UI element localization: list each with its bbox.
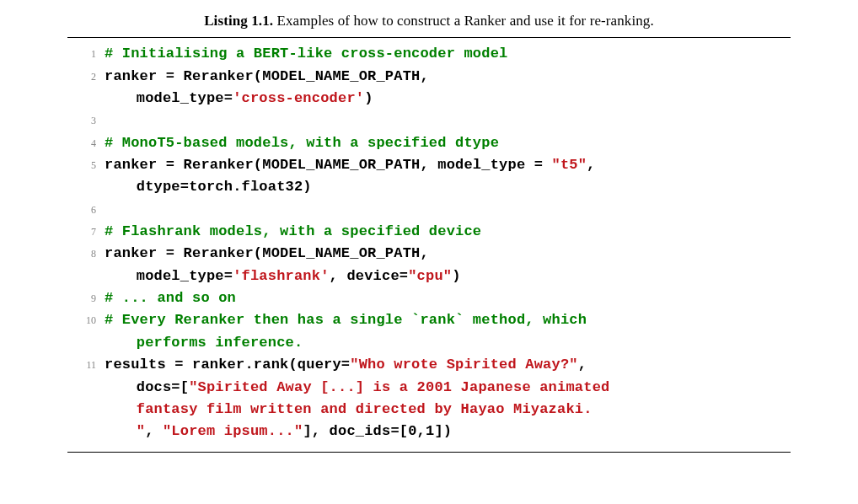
code-line-continuation: docs=["Spirited Away [...] is a 2001 Jap… xyxy=(67,377,791,399)
code-text: ranker = Reranker(MODEL_NAME_OR_PATH, xyxy=(105,243,791,265)
line-number: 5 xyxy=(67,158,105,174)
string-literal: 'cross-encoder' xyxy=(233,90,364,106)
code-line: 10 # Every Reranker then has a single `r… xyxy=(67,309,791,331)
line-number: 6 xyxy=(67,202,105,218)
code-line: 11 results = ranker.rank(query="Who wrot… xyxy=(67,354,791,376)
line-number: 10 xyxy=(67,313,105,329)
code-listing: 1 # Initialising a BERT-like cross-encod… xyxy=(67,38,791,451)
code-line-continuation: performs inference. xyxy=(67,332,791,354)
code-text: model_type='cross-encoder') xyxy=(105,88,791,110)
code-line: 7 # Flashrank models, with a specified d… xyxy=(67,221,791,243)
code-text: docs=["Spirited Away [...] is a 2001 Jap… xyxy=(105,377,791,399)
listing-caption-text: Examples of how to construct a Ranker an… xyxy=(273,13,654,29)
line-number: 11 xyxy=(67,357,105,373)
code-line: 8 ranker = Reranker(MODEL_NAME_OR_PATH, xyxy=(67,243,791,265)
code-line: 4 # MonoT5-based models, with a specifie… xyxy=(67,132,791,154)
line-number: 9 xyxy=(67,291,105,307)
code-text: ranker = Reranker(MODEL_NAME_OR_PATH, mo… xyxy=(105,154,791,176)
code-line: 1 # Initialising a BERT-like cross-encod… xyxy=(67,43,791,65)
comment: performs inference. xyxy=(137,335,303,351)
code-line: 9 # ... and so on xyxy=(67,287,791,309)
code-text: fantasy film written and directed by Hay… xyxy=(105,399,791,421)
code-text: ", "Lorem ipsum..."], doc_ids=[0,1]) xyxy=(105,421,791,442)
line-number: 3 xyxy=(67,113,105,129)
code-text: model_type='flashrank', device="cpu") xyxy=(105,265,791,287)
code-text: performs inference. xyxy=(105,332,791,354)
listing-caption: Listing 1.1. Examples of how to construc… xyxy=(67,10,791,37)
line-number: 7 xyxy=(67,224,105,240)
code-text: # Initialising a BERT-like cross-encoder… xyxy=(105,43,791,65)
code-line: 5 ranker = Reranker(MODEL_NAME_OR_PATH, … xyxy=(67,154,791,176)
code-line: 6 xyxy=(67,199,791,221)
code-text: results = ranker.rank(query="Who wrote S… xyxy=(105,354,791,376)
comment: # MonoT5-based models, with a specified … xyxy=(105,135,499,151)
line-number: 2 xyxy=(67,69,105,85)
code-line: 3 xyxy=(67,110,791,131)
code-line: 2 ranker = Reranker(MODEL_NAME_OR_PATH, xyxy=(67,66,791,88)
code-line-continuation: fantasy film written and directed by Hay… xyxy=(67,399,791,421)
code-text: # Every Reranker then has a single `rank… xyxy=(105,309,791,331)
comment: # Every Reranker then has a single `rank… xyxy=(105,312,587,328)
listing-label: Listing 1.1. xyxy=(204,13,273,29)
code-line-continuation: model_type='flashrank', device="cpu") xyxy=(67,265,791,287)
string-literal: "t5" xyxy=(552,157,587,173)
code-text: # MonoT5-based models, with a specified … xyxy=(105,132,791,154)
line-number: 1 xyxy=(67,46,105,62)
string-literal: " xyxy=(137,423,145,439)
bottom-rule xyxy=(67,452,791,453)
code-text: # ... and so on xyxy=(105,287,791,309)
code-line-continuation: ", "Lorem ipsum..."], doc_ids=[0,1]) xyxy=(67,421,791,442)
string-literal: "cpu" xyxy=(408,268,452,284)
listing-container: Listing 1.1. Examples of how to construc… xyxy=(0,0,858,504)
string-literal: fantasy film written and directed by Hay… xyxy=(137,401,593,417)
comment: # Flashrank models, with a specified dev… xyxy=(105,223,481,239)
string-literal: "Lorem ipsum..." xyxy=(163,423,303,439)
string-literal: 'flashrank' xyxy=(233,268,329,284)
comment: # ... and so on xyxy=(105,290,236,306)
code-line-continuation: model_type='cross-encoder') xyxy=(67,88,791,110)
line-number: 8 xyxy=(67,246,105,262)
code-text: ranker = Reranker(MODEL_NAME_OR_PATH, xyxy=(105,66,791,88)
code-line-continuation: dtype=torch.float32) xyxy=(67,176,791,198)
code-text: # Flashrank models, with a specified dev… xyxy=(105,221,791,243)
comment: # Initialising a BERT-like cross-encoder… xyxy=(105,46,507,62)
string-literal: "Who wrote Spirited Away?" xyxy=(350,357,577,373)
string-literal: "Spirited Away [...] is a 2001 Japanese … xyxy=(189,379,609,395)
line-number: 4 xyxy=(67,136,105,152)
code-text: dtype=torch.float32) xyxy=(105,176,791,198)
